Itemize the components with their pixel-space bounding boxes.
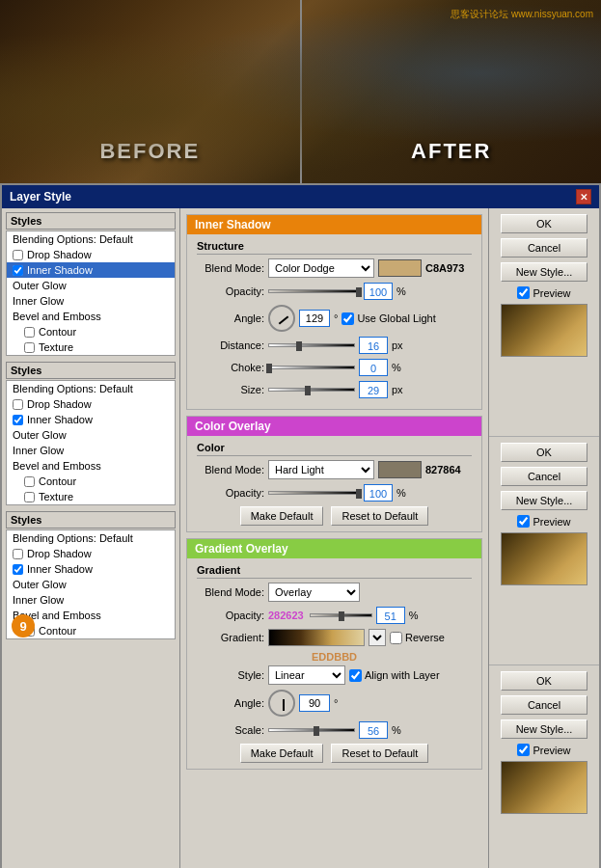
preview-check-2[interactable]: Preview xyxy=(517,515,570,528)
choke-value[interactable]: 0 xyxy=(359,359,388,376)
reset-default-btn-2[interactable]: Reset to Default xyxy=(331,744,428,763)
cancel-btn-2[interactable]: Cancel xyxy=(501,467,587,486)
size-value[interactable]: 29 xyxy=(359,381,388,398)
ok-btn-1[interactable]: OK xyxy=(501,214,587,233)
scale-value[interactable]: 56 xyxy=(359,721,388,739)
blend-mode-label-2: Blend Mode: xyxy=(197,464,264,475)
inner-shadow-color-hex: C8A973 xyxy=(425,262,464,274)
size-slider[interactable] xyxy=(268,388,355,392)
drop-shadow-check-3[interactable] xyxy=(13,549,23,559)
cancel-btn-3[interactable]: Cancel xyxy=(501,695,587,715)
sidebar-item-contour-2[interactable]: Contour xyxy=(7,474,175,489)
preview-box-3 xyxy=(501,761,587,814)
right-panel: OK Cancel New Style... Preview OK Cancel… xyxy=(488,208,599,868)
sidebar-item-contour-1[interactable]: Contour xyxy=(7,324,175,339)
sidebar-item-blending-1[interactable]: Blending Options: Default xyxy=(7,231,175,247)
blend-mode-select-3[interactable]: Overlay Normal Multiply Screen xyxy=(268,583,360,602)
sidebar-item-texture-2[interactable]: Texture xyxy=(7,489,175,504)
angle-input-1[interactable] xyxy=(299,310,330,327)
contour-check-1[interactable] xyxy=(24,327,35,338)
contour-check-2[interactable] xyxy=(24,476,35,487)
angle-dial-1[interactable] xyxy=(268,305,295,332)
inner-shadow-color-swatch[interactable] xyxy=(378,259,422,277)
sidebar-item-drop-shadow-1[interactable]: Drop Shadow xyxy=(7,247,175,262)
styles-header-2: Styles xyxy=(6,362,176,379)
sidebar-item-outer-glow-2[interactable]: Outer Glow xyxy=(7,427,175,443)
opacity-value-3[interactable]: 51 xyxy=(376,607,405,624)
scale-slider[interactable] xyxy=(268,728,355,732)
opacity-slider-2[interactable] xyxy=(268,491,360,495)
reset-default-btn-1[interactable]: Reset to Default xyxy=(331,506,428,526)
gradient-overlay-buttons: Make Default Reset to Default xyxy=(197,744,472,763)
inner-shadow-blend-row: Blend Mode: Color Dodge Normal Multiply … xyxy=(197,258,472,278)
sidebar-item-texture-1[interactable]: Texture xyxy=(7,339,175,355)
angle-unit-1: ° xyxy=(334,312,338,324)
opacity-value-1[interactable]: 100 xyxy=(364,283,393,300)
align-layer-check[interactable]: Align with Layer xyxy=(349,669,440,682)
blend-mode-select-2[interactable]: Hard Light Normal Multiply Screen Overla… xyxy=(268,460,374,479)
styles-section-3: Styles Blending Options: Default Drop Sh… xyxy=(6,511,176,643)
size-unit: px xyxy=(392,384,403,395)
inner-shadow-check-2[interactable] xyxy=(13,415,23,425)
inner-shadow-check-3[interactable] xyxy=(13,564,23,575)
preview-check-3[interactable]: Preview xyxy=(517,744,570,756)
sidebar-item-outer-glow-1[interactable]: Outer Glow xyxy=(7,278,175,293)
sidebar-item-blending-2[interactable]: Blending Options: Default xyxy=(7,381,175,396)
make-default-btn-1[interactable]: Make Default xyxy=(240,506,324,526)
angle-label-3: Angle: xyxy=(197,697,264,709)
right-section-1: OK Cancel New Style... Preview xyxy=(489,208,599,437)
sidebar-item-outer-glow-3[interactable]: Outer Glow xyxy=(7,577,175,592)
distance-label: Distance: xyxy=(197,339,264,351)
drop-shadow-check-2[interactable] xyxy=(13,399,23,410)
gradient-bar[interactable] xyxy=(268,629,365,646)
style-select[interactable]: Linear Radial Angle Reflected Diamond xyxy=(268,665,345,685)
global-light-check-1[interactable]: Use Global Light xyxy=(341,312,435,325)
drop-shadow-check-1[interactable] xyxy=(13,250,23,260)
new-style-btn-2[interactable]: New Style... xyxy=(501,491,587,510)
preview-check-1[interactable]: Preview xyxy=(517,286,570,299)
opacity-slider-1[interactable] xyxy=(268,289,360,293)
sidebar-item-bevel-2[interactable]: Bevel and Emboss xyxy=(7,458,175,474)
inner-shadow-distance-row: Distance: 16 px xyxy=(197,337,472,354)
inner-shadow-check-1[interactable] xyxy=(13,265,23,276)
angle-input-3[interactable] xyxy=(299,694,330,712)
opacity-slider-3[interactable] xyxy=(310,613,372,617)
cancel-btn-1[interactable]: Cancel xyxy=(501,238,587,258)
opacity-label-3: Opacity: xyxy=(197,610,264,621)
ok-btn-3[interactable]: OK xyxy=(501,671,587,691)
opacity-value-2[interactable]: 100 xyxy=(364,484,393,502)
dialog-body: Styles Blending Options: Default Drop Sh… xyxy=(2,208,599,868)
blend-mode-select-1[interactable]: Color Dodge Normal Multiply Screen Overl… xyxy=(268,258,374,278)
styles-group-2: Blending Options: Default Drop Shadow In… xyxy=(6,380,176,505)
sidebar-item-inner-shadow-2[interactable]: Inner Shadow xyxy=(7,412,175,427)
new-style-btn-1[interactable]: New Style... xyxy=(501,262,587,282)
gradient-select[interactable]: ▼ xyxy=(369,629,386,646)
gradient-overlay-body: Gradient Blend Mode: Overlay Normal Mult… xyxy=(187,558,481,769)
sidebar-item-inner-glow-2[interactable]: Inner Glow xyxy=(7,443,175,458)
angle-dial-3[interactable] xyxy=(268,690,295,717)
distance-slider[interactable] xyxy=(268,343,355,347)
choke-slider[interactable] xyxy=(268,366,355,369)
before-after-image: BEFORE AFTER 思客设计论坛 www.nissyuan.com xyxy=(0,0,601,183)
ok-btn-2[interactable]: OK xyxy=(501,443,587,462)
make-default-btn-2[interactable]: Make Default xyxy=(240,744,324,763)
styles-header-3: Styles xyxy=(6,511,176,529)
sidebar-item-blending-3[interactable]: Blending Options: Default xyxy=(7,530,175,546)
color-overlay-color-swatch[interactable] xyxy=(378,461,422,478)
sidebar-item-bevel-1[interactable]: Bevel and Emboss xyxy=(7,309,175,324)
sidebar-item-drop-shadow-2[interactable]: Drop Shadow xyxy=(7,396,175,412)
sidebar-item-inner-shadow-3[interactable]: Inner Shadow xyxy=(7,561,175,577)
dialog-titlebar: Layer Style ✕ xyxy=(2,185,599,208)
texture-check-1[interactable] xyxy=(24,342,35,353)
new-style-btn-3[interactable]: New Style... xyxy=(501,719,587,739)
texture-check-2[interactable] xyxy=(24,492,35,502)
sidebar-item-inner-glow-3[interactable]: Inner Glow xyxy=(7,592,175,608)
distance-unit: px xyxy=(392,339,403,351)
distance-value[interactable]: 16 xyxy=(359,337,388,354)
sidebar-item-drop-shadow-3[interactable]: Drop Shadow xyxy=(7,546,175,561)
close-button[interactable]: ✕ xyxy=(576,189,591,204)
reverse-check[interactable]: Reverse xyxy=(390,632,445,644)
sidebar-item-inner-glow-1[interactable]: Inner Glow xyxy=(7,293,175,309)
opacity-label-2: Opacity: xyxy=(197,487,264,499)
sidebar-item-inner-shadow-1[interactable]: Inner Shadow xyxy=(7,262,175,278)
